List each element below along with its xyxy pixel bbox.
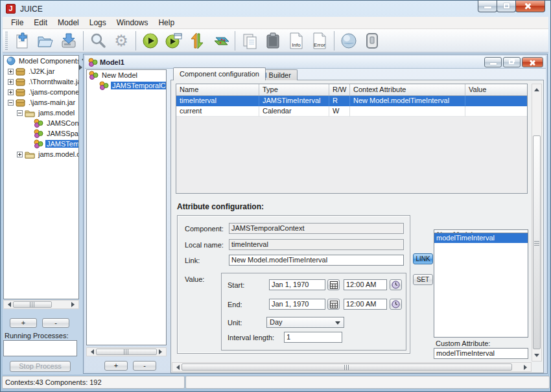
scroll-left-icon[interactable] bbox=[4, 301, 12, 308]
device-button[interactable] bbox=[360, 30, 384, 51]
menu-file[interactable]: File bbox=[6, 17, 29, 28]
end-calendar-button[interactable] bbox=[327, 299, 340, 310]
scroll-right-icon[interactable] bbox=[522, 363, 531, 371]
settings-button[interactable]: ⚙ bbox=[110, 30, 133, 51]
tree-item-package[interactable]: jams.model bbox=[4, 108, 78, 118]
end-date-field[interactable]: Jan 1, 1970 bbox=[269, 299, 325, 310]
frame-minimize-button[interactable] bbox=[484, 57, 502, 67]
start-clock-button[interactable] bbox=[390, 279, 402, 290]
scroll-right-icon[interactable] bbox=[158, 348, 166, 356]
unit-select[interactable]: Day bbox=[266, 317, 344, 328]
interval-length-field[interactable]: 1 bbox=[284, 332, 342, 343]
tree-item-jar[interactable]: .\jams-componen bbox=[4, 87, 78, 97]
list-item-selected[interactable]: modelTimeInterval bbox=[434, 233, 528, 243]
tree-item-package[interactable]: jams.model.c bbox=[4, 149, 78, 159]
context-attribute-list[interactable]: modelTimeInterval bbox=[434, 233, 528, 338]
config-vscrollbar[interactable] bbox=[532, 84, 542, 362]
expand-icon[interactable] bbox=[17, 152, 23, 157]
link-button[interactable]: LINK bbox=[413, 253, 433, 264]
clock-icon bbox=[392, 300, 400, 308]
unit-label: Unit: bbox=[228, 319, 242, 327]
col-context-attribute[interactable]: Context Attribute bbox=[350, 84, 465, 95]
scroll-left-icon[interactable] bbox=[87, 348, 95, 356]
tree-item-jar[interactable]: .\J2K.jar bbox=[4, 66, 78, 76]
table-row[interactable]: current Calendar W bbox=[176, 106, 527, 117]
model1-titlebar[interactable]: Model1 bbox=[85, 56, 546, 69]
run-model-gui-button[interactable] bbox=[162, 30, 185, 51]
frame-restore-button[interactable] bbox=[503, 57, 521, 67]
info-log-button[interactable]: Info bbox=[285, 30, 308, 51]
scrollbar-thumb[interactable] bbox=[182, 363, 512, 371]
tree-root-model-components[interactable]: Model Components bbox=[4, 56, 78, 66]
scroll-down-icon[interactable] bbox=[532, 352, 541, 361]
menu-edit[interactable]: Edit bbox=[29, 17, 53, 28]
set-button[interactable]: SET bbox=[413, 274, 433, 285]
new-model-button[interactable] bbox=[10, 30, 34, 51]
scrollbar-thumb[interactable] bbox=[533, 135, 541, 349]
gis-layers-button[interactable] bbox=[209, 30, 232, 51]
tree-item-jamstemporalcontext[interactable]: JAMSTemporalContext bbox=[87, 80, 166, 91]
custom-attribute-field[interactable]: modelTimeInterval bbox=[434, 348, 528, 359]
scrollbar-thumb[interactable] bbox=[13, 301, 52, 308]
tree-root-new-model[interactable]: New Model bbox=[87, 70, 166, 80]
tab-component-configuration[interactable]: Component configuration bbox=[173, 67, 266, 80]
component-tree-hscrollbar[interactable] bbox=[3, 300, 79, 309]
toolbar: ⚙ Info Error bbox=[3, 29, 548, 52]
search-button[interactable] bbox=[86, 30, 110, 51]
running-processes-list[interactable] bbox=[3, 340, 77, 356]
scrollbar-thumb[interactable] bbox=[96, 349, 157, 355]
table-row[interactable]: timeInterval JAMSTimeInterval R New Mode… bbox=[176, 96, 527, 106]
error-log-button[interactable]: Error bbox=[308, 30, 331, 51]
exchange-button[interactable] bbox=[185, 30, 209, 51]
tree-item-jar[interactable]: .\jams-main.jar bbox=[4, 97, 78, 108]
start-calendar-button[interactable] bbox=[327, 279, 340, 290]
run-model-button[interactable] bbox=[139, 30, 162, 51]
menu-model[interactable]: Model bbox=[53, 17, 84, 28]
col-rw[interactable]: R/W bbox=[329, 84, 350, 95]
web-button[interactable] bbox=[337, 30, 360, 51]
scroll-up-icon[interactable] bbox=[532, 84, 541, 93]
model-tree-hscrollbar[interactable] bbox=[86, 347, 167, 356]
toolbar-separator bbox=[334, 31, 334, 51]
end-time-field[interactable]: 12:00 AM bbox=[344, 299, 387, 310]
tree-item-component[interactable]: JAMSSpa bbox=[4, 128, 78, 139]
scroll-left-icon[interactable] bbox=[172, 363, 181, 371]
stop-process-button[interactable]: Stop Process bbox=[10, 361, 71, 372]
close-button[interactable] bbox=[515, 1, 545, 12]
menu-logs[interactable]: Logs bbox=[84, 17, 111, 28]
col-value[interactable]: Value bbox=[465, 84, 527, 95]
expand-icon[interactable] bbox=[8, 89, 14, 95]
menu-windows[interactable]: Windows bbox=[111, 17, 154, 28]
model-remove-button[interactable]: - bbox=[133, 361, 156, 371]
local-name-field[interactable]: timeInterval bbox=[229, 239, 404, 250]
start-time-field[interactable]: 12:00 AM bbox=[344, 279, 387, 290]
open-folder-icon bbox=[36, 32, 54, 49]
minimize-button[interactable] bbox=[478, 1, 497, 12]
frame-close-button[interactable] bbox=[522, 57, 543, 67]
config-hscrollbar[interactable] bbox=[172, 362, 532, 372]
toolbar-drag-handle[interactable] bbox=[5, 32, 8, 50]
application-window: J JUICE File Edit Model Logs Windows Hel… bbox=[0, 0, 551, 392]
component-add-button[interactable]: + bbox=[10, 318, 37, 328]
end-clock-button[interactable] bbox=[390, 299, 402, 310]
tree-item-jar[interactable]: .\Thornthwaite.ja bbox=[4, 76, 78, 87]
open-model-button[interactable] bbox=[34, 30, 57, 51]
expand-icon[interactable] bbox=[8, 79, 14, 85]
collapse-icon[interactable] bbox=[8, 100, 14, 106]
component-remove-button[interactable]: - bbox=[42, 318, 69, 328]
scroll-right-icon[interactable] bbox=[70, 301, 78, 308]
col-name[interactable]: Name bbox=[176, 84, 259, 95]
col-type[interactable]: Type bbox=[259, 84, 329, 95]
menu-help[interactable]: Help bbox=[153, 17, 180, 28]
maximize-button[interactable] bbox=[497, 1, 516, 12]
model-add-button[interactable]: + bbox=[104, 361, 128, 371]
copy-log-button[interactable] bbox=[238, 30, 261, 51]
start-date-field[interactable]: Jan 1, 1970 bbox=[269, 279, 325, 290]
expand-icon[interactable] bbox=[8, 69, 14, 75]
link-field[interactable]: New Model.modelTimeInterval bbox=[229, 255, 404, 266]
tree-item-component[interactable]: JAMSCon bbox=[4, 118, 78, 128]
tree-item-component-selected[interactable]: JAMSTem bbox=[4, 139, 78, 149]
paste-button[interactable] bbox=[261, 30, 285, 51]
save-model-button[interactable] bbox=[57, 30, 80, 51]
collapse-icon[interactable] bbox=[17, 110, 23, 116]
